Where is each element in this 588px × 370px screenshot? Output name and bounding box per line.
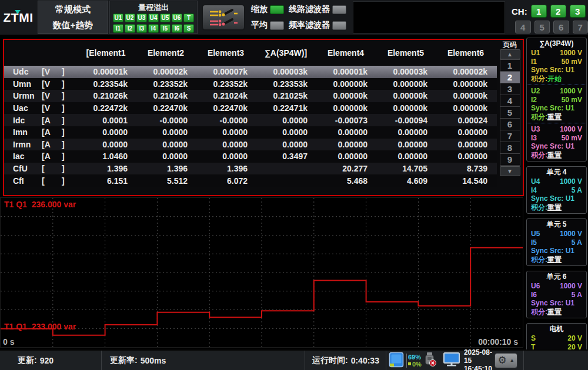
unit-title-6: 单元 6: [527, 273, 586, 281]
row-label: Iac: [4, 152, 41, 161]
channel-button-4[interactable]: 4: [515, 21, 531, 33]
range-overflow-panel: 量程溢出 U1U2U3U4U5U6T I1I2I3I4I5I6S: [109, 1, 198, 34]
table-row-idc[interactable]: Idc[A]0.0001-0.0000-0.00000.0000-0.00073…: [4, 114, 497, 126]
table-row-irmn[interactable]: Irmn[A]0.00000.00000.00000.00000.000000.…: [4, 139, 497, 151]
page-cell-6[interactable]: 6: [500, 118, 520, 130]
cell-value: 0.0000: [136, 140, 196, 149]
channel-button-3[interactable]: 3: [570, 5, 586, 18]
column-header-1: [Element1: [76, 48, 136, 58]
row-unit-close: ]: [62, 152, 76, 161]
mode-button[interactable]: 常规模式 数值+趋势: [38, 1, 108, 34]
table-row-cfu[interactable]: CfU[]1.3961.3961.39620.27714.7058.739: [4, 163, 497, 175]
overflow-indicator-t: T: [183, 14, 194, 22]
row-label: CfU: [4, 164, 41, 173]
statusbar-spacer: [523, 351, 588, 370]
toggle-line-filter: 线路滤波器: [289, 4, 346, 15]
integration-line: 积分:重置: [527, 308, 586, 317]
cell-value: 0.00000k: [376, 103, 436, 113]
cell-value: 0.00000: [316, 140, 376, 149]
channel-button-7[interactable]: 7: [573, 21, 588, 33]
chart-lower-scale-label: T1 Q1 233.000 var: [4, 322, 76, 331]
column-header-4: ∑A(3P4W)]: [256, 48, 316, 58]
cell-value: 0.0000: [196, 127, 256, 137]
row-unit-close: ]: [62, 140, 76, 149]
overflow-indicator-u3: U3: [136, 14, 147, 22]
page-cell-5[interactable]: 5: [500, 106, 520, 119]
page-cell-1[interactable]: 1: [500, 59, 520, 72]
integration-label: 积分:: [531, 203, 547, 212]
toggle-zoom: 缩放: [251, 4, 284, 15]
page-cell-4[interactable]: 4: [500, 95, 520, 107]
cell-value: 0.23353k: [256, 79, 316, 89]
up-triangle-icon: ▲: [510, 358, 514, 363]
row-unit-open: [V: [41, 67, 62, 76]
table-row-uac[interactable]: Uac[V]0.22472k0.22470k0.22470k0.22471k0.…: [4, 102, 497, 115]
update-count-label: 更新:: [18, 355, 37, 366]
cell-value: 0.0000: [256, 116, 316, 125]
wiring-settings-button[interactable]: [202, 4, 245, 31]
update-rate-section: 更新率: 500ms: [101, 351, 305, 370]
toggle-line-filter-label: 线路滤波器: [289, 4, 330, 15]
unit-title-4: 单元 4: [527, 168, 586, 176]
channel-button-5[interactable]: 5: [534, 21, 550, 33]
page-column: 页码 ▲ 123456789 ▼: [497, 40, 523, 195]
page-cell-8[interactable]: 8: [500, 142, 520, 154]
channel-label: CH:: [512, 6, 527, 16]
motor-label: S: [531, 334, 536, 343]
voltage-label: U4: [531, 177, 540, 186]
gear-icon: ⚙: [497, 355, 506, 365]
current-value: 50 mV: [562, 58, 582, 66]
page-cell-9[interactable]: 9: [500, 153, 520, 166]
top-bar: ZTMI 常规模式 数值+趋势 量程溢出 U1U2U3U4U5U6T I1I2I…: [0, 0, 588, 36]
column-header-5: Element4: [316, 48, 376, 58]
sync-source-line: Sync Src: U1: [527, 142, 586, 151]
channel-button-6[interactable]: 6: [553, 21, 569, 33]
wiring-icon: [206, 6, 240, 29]
overflow-indicator-i1: I1: [113, 24, 123, 33]
cell-value: 0.23352k: [196, 79, 256, 89]
table-row-umn[interactable]: Umn[V]0.23354k0.23352k0.23352k0.23353k0.…: [4, 78, 497, 90]
overflow-row-2: I1I2I3I4I5I6S: [113, 24, 194, 33]
usb-disconnected-icon: [424, 352, 437, 369]
cell-value: 0.00000: [436, 127, 496, 137]
integration-value: 开始: [547, 75, 562, 83]
update-count-section: 更新: 920: [0, 351, 101, 370]
table-row-iac[interactable]: Iac[A]1.04600.00000.00000.34970.000000.0…: [4, 150, 497, 163]
cell-value: 20.277: [316, 164, 376, 173]
cell-value: 0.00003k: [256, 67, 316, 76]
page-cells: 123456789: [500, 60, 520, 166]
sync-source-line: Sync Src: U1: [527, 299, 586, 308]
page-cell-3[interactable]: 3: [500, 83, 520, 95]
cell-value: 0.22470k: [136, 103, 196, 113]
overflow-indicator-u2: U2: [125, 14, 135, 22]
integration-value: 重置: [547, 151, 562, 160]
page-cell-7[interactable]: 7: [500, 130, 520, 142]
integration-value: 重置: [547, 255, 562, 264]
page-down-button[interactable]: ▼: [500, 166, 520, 176]
table-row-urmn[interactable]: Urmn[V]0.21026k0.21024k0.21024k0.21025k0…: [4, 90, 497, 102]
current-value: 50 mV: [562, 134, 582, 143]
sync-source-line: Sync Src: U1: [527, 247, 586, 255]
page-up-button[interactable]: ▲: [500, 49, 520, 59]
channel-button-1[interactable]: 1: [531, 5, 547, 18]
system-icons-section: 69% 0% 2025-08-15: [386, 351, 523, 370]
channel-button-2[interactable]: 2: [550, 5, 566, 18]
usage-percent-top: 69%: [408, 354, 422, 361]
cell-value: 0.23352k: [136, 79, 196, 89]
settings-menu-button[interactable]: ⚙ ▲: [495, 353, 517, 368]
row-label: Urmn: [4, 91, 41, 100]
table-row-udc[interactable]: Udc[V]0.00001k0.00002k0.00007k0.00003k0.…: [4, 66, 497, 78]
current-range-line: I65 A: [527, 291, 586, 300]
current-label: I5: [531, 238, 537, 247]
overflow-indicator-i2: I2: [125, 24, 135, 33]
row-label: Uac: [4, 103, 41, 113]
table-row-cfi[interactable]: CfI[]6.1515.5126.0725.4684.60914.540: [4, 174, 497, 187]
table-row-imn[interactable]: Imn[A]0.00000.00000.00000.00000.000000.0…: [4, 126, 497, 139]
overflow-indicator-u6: U6: [172, 14, 182, 22]
voltage-value: 1000 V: [560, 87, 582, 96]
table-header-row: [Element1Element2Element3∑A(3P4W)]Elemen…: [4, 40, 497, 66]
element-info-1: U11000 VI150 mVSync Src: U1积分:开始: [527, 49, 586, 85]
cell-value: 5.468: [316, 176, 376, 186]
cell-value: 0.22472k: [76, 103, 136, 113]
page-cell-2[interactable]: 2: [500, 71, 520, 83]
